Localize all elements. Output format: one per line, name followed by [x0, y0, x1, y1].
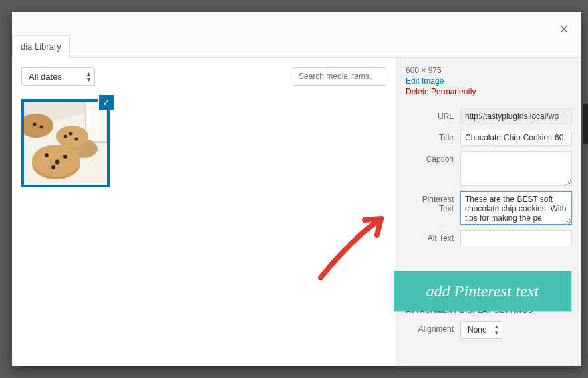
svg-point-16: [33, 123, 37, 126]
field-alignment: Alignment None ▴▾: [406, 321, 572, 339]
annotation-callout: add Pinterest text: [394, 271, 571, 311]
thumbnail-grid: ✓: [21, 96, 386, 187]
url-label: URL: [406, 108, 460, 121]
caption-input[interactable]: [460, 151, 572, 186]
media-toolbar: All dates ▴▾: [21, 67, 386, 86]
tab-bar: dia Library: [12, 12, 581, 58]
alignment-select[interactable]: None ▴▾: [460, 321, 502, 339]
svg-point-11: [63, 155, 67, 159]
image-dimensions: 600 × 975: [406, 66, 572, 75]
svg-point-9: [45, 153, 49, 157]
field-caption: Caption: [406, 151, 572, 186]
delete-permanently-link[interactable]: Delete Permanently: [406, 87, 572, 96]
alignment-value: None: [468, 325, 487, 335]
attachment-details: 600 × 975 Edit Image Delete Permanently …: [396, 58, 581, 366]
field-alt-text: Alt Text: [406, 230, 572, 246]
field-title: Title: [406, 130, 572, 146]
svg-point-10: [55, 160, 60, 165]
title-input[interactable]: [460, 130, 572, 146]
alt-text-input[interactable]: [460, 230, 572, 246]
field-url: URL: [406, 108, 572, 124]
tab-media-library[interactable]: dia Library: [12, 35, 70, 58]
edit-image-link[interactable]: Edit Image: [406, 76, 572, 86]
svg-point-17: [40, 126, 43, 129]
svg-point-12: [51, 165, 55, 169]
selected-check-icon[interactable]: ✓: [99, 95, 114, 110]
field-pinterest-text: Pinterest Text: [406, 191, 572, 225]
right-edge-bar: [583, 104, 588, 144]
svg-point-15: [64, 135, 67, 138]
pinterest-label: Pinterest Text: [406, 191, 460, 213]
alignment-label: Alignment: [406, 321, 460, 334]
alt-label: Alt Text: [406, 230, 460, 243]
select-caret-icon: ▴▾: [495, 324, 498, 336]
modal-body: All dates ▴▾: [12, 58, 581, 366]
caption-label: Caption: [406, 151, 460, 164]
media-thumbnail-selected[interactable]: ✓: [21, 99, 110, 187]
svg-point-14: [75, 138, 78, 141]
thumbnail-image: [24, 102, 107, 185]
url-input[interactable]: [460, 108, 572, 124]
title-label: Title: [406, 130, 460, 143]
pinterest-text-input[interactable]: [460, 191, 572, 225]
svg-point-8: [56, 126, 88, 147]
svg-point-13: [69, 132, 73, 136]
date-filter-select[interactable]: All dates ▴▾: [21, 67, 95, 86]
date-filter-value: All dates: [29, 72, 62, 82]
media-browser: All dates ▴▾: [12, 58, 396, 366]
media-modal: × dia Library All dates ▴▾: [12, 12, 581, 366]
select-caret-icon: ▴▾: [87, 70, 90, 82]
search-input[interactable]: [293, 67, 386, 86]
